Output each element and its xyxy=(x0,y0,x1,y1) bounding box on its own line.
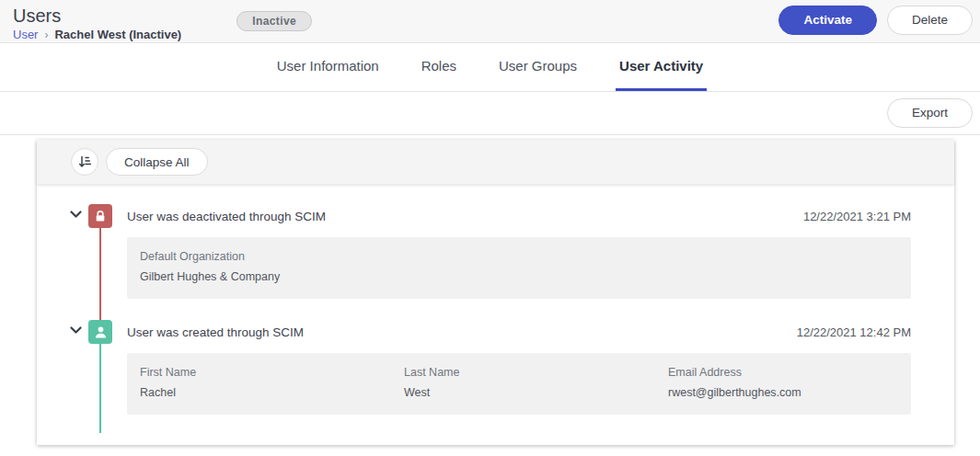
title-block: Users User › Rachel West (Inactive) xyxy=(13,6,181,41)
activate-button[interactable]: Activate xyxy=(778,6,877,35)
chevron-down-icon[interactable] xyxy=(70,211,82,219)
detail-field: Email Address rwest@gilberthughes.com xyxy=(668,365,896,401)
activity-entry: User was created through SCIM 12/22/2021… xyxy=(37,320,954,415)
breadcrumb-link-user[interactable]: User xyxy=(13,28,38,41)
status-badge: Inactive xyxy=(236,11,312,31)
field-label: Default Organization xyxy=(140,249,896,265)
activity-toolbar: Collapse All xyxy=(37,140,954,184)
field-label: First Name xyxy=(140,365,404,381)
detail-field: Last Name West xyxy=(404,365,668,401)
tab-label: User Information xyxy=(277,58,379,74)
breadcrumb: User › Rachel West (Inactive) xyxy=(13,28,181,41)
header-actions: Activate Delete xyxy=(778,6,973,35)
tab-label: User Activity xyxy=(619,58,703,74)
breadcrumb-current: Rachel West (Inactive) xyxy=(54,28,181,41)
page-header: Users User › Rachel West (Inactive) Inac… xyxy=(0,0,980,43)
timeline-connector xyxy=(99,228,101,320)
lock-icon xyxy=(88,204,112,228)
chevron-down-icon[interactable] xyxy=(70,326,82,335)
tab-bar: User Information Roles User Groups User … xyxy=(0,43,980,92)
tab-user-groups[interactable]: User Groups xyxy=(495,43,581,91)
sort-amount-icon xyxy=(77,154,92,169)
delete-button[interactable]: Delete xyxy=(887,6,973,35)
entry-timestamp: 12/22/2021 3:21 PM xyxy=(803,210,911,223)
breadcrumb-separator-icon: › xyxy=(44,28,48,41)
entry-title: User was deactivated through SCIM xyxy=(127,210,803,223)
field-value: rwest@gilberthughes.com xyxy=(668,385,896,401)
tab-label: Roles xyxy=(421,58,456,74)
entry-details: Default Organization Gilbert Hughes & Co… xyxy=(127,237,911,299)
tab-label: User Groups xyxy=(499,58,577,74)
field-value: West xyxy=(404,385,668,401)
collapse-all-button[interactable]: Collapse All xyxy=(106,148,208,176)
entry-header: User was deactivated through SCIM 12/22/… xyxy=(127,204,911,228)
page-title: Users xyxy=(13,6,181,26)
detail-field: Default Organization Gilbert Hughes & Co… xyxy=(140,249,896,285)
tab-user-activity[interactable]: User Activity xyxy=(616,43,707,91)
detail-field: First Name Rachel xyxy=(140,365,404,401)
entry-timestamp: 12/22/2021 12:42 PM xyxy=(797,325,911,339)
activity-timeline: User was deactivated through SCIM 12/22/… xyxy=(37,184,954,415)
field-value: Rachel xyxy=(140,385,404,401)
field-label: Email Address xyxy=(668,365,896,381)
timeline-connector xyxy=(99,344,101,433)
entry-header: User was created through SCIM 12/22/2021… xyxy=(127,320,911,344)
export-row: Export xyxy=(0,92,980,135)
user-icon xyxy=(88,320,112,344)
entry-details: First Name Rachel Last Name West Email A… xyxy=(127,353,911,415)
activity-entry: User was deactivated through SCIM 12/22/… xyxy=(37,204,954,299)
field-value: Gilbert Hughes & Company xyxy=(140,269,896,285)
entry-title: User was created through SCIM xyxy=(127,325,797,339)
export-button[interactable]: Export xyxy=(887,98,973,128)
field-label: Last Name xyxy=(404,365,668,381)
sort-order-button[interactable] xyxy=(71,148,98,176)
user-activity-card: Collapse All User was deactivated throug… xyxy=(37,140,954,445)
tab-roles[interactable]: Roles xyxy=(418,43,460,91)
tab-user-information[interactable]: User Information xyxy=(273,43,383,91)
